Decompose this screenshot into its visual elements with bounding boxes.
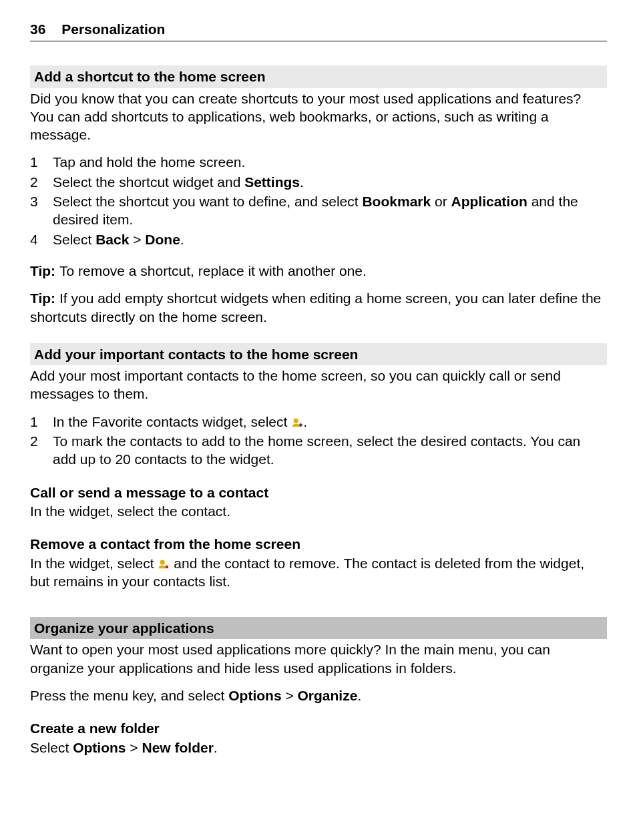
step-item: To mark the contacts to add to the home … <box>30 432 607 469</box>
step-item: Select the shortcut widget and Settings. <box>30 173 607 191</box>
steps-list: Tap and hold the home screen. Select the… <box>30 153 607 248</box>
step-item: Select the shortcut you want to define, … <box>30 192 607 229</box>
body-text: In the widget, select the contact. <box>30 502 607 520</box>
person-add-icon <box>291 416 303 428</box>
section-title-organize-apps: Organize your applications <box>30 617 607 639</box>
page-number: 36 <box>30 21 45 37</box>
step-item: In the Favorite contacts widget, select … <box>30 413 607 431</box>
tip-paragraph: Tip: To remove a shortcut, replace it wi… <box>30 262 607 280</box>
tip-paragraph: Tip: If you add empty shortcut widgets w… <box>30 289 607 326</box>
step-item: Tap and hold the home screen. <box>30 153 607 171</box>
body-text: In the widget, select and the contact to… <box>30 554 607 591</box>
body-text: Press the menu key, and select Options >… <box>30 686 607 704</box>
person-remove-icon <box>158 558 170 570</box>
section-title-add-contacts: Add your important contacts to the home … <box>30 343 607 365</box>
page-header: 36 Personalization <box>30 20 607 41</box>
body-text: Want to open your most used applications… <box>30 640 607 677</box>
step-item: Select Back > Done. <box>30 230 607 248</box>
chapter-title: Personalization <box>61 21 165 37</box>
steps-list: In the Favorite contacts widget, select … <box>30 413 607 469</box>
body-text: Select Options > New folder. <box>30 739 607 757</box>
body-text: Did you know that you can create shortcu… <box>30 89 607 144</box>
subheading-call-send: Call or send a message to a contact <box>30 483 607 501</box>
section-title-add-shortcut: Add a shortcut to the home screen <box>30 65 607 87</box>
subheading-create-folder: Create a new folder <box>30 719 607 737</box>
subheading-remove-contact: Remove a contact from the home screen <box>30 535 607 553</box>
body-text: Add your most important contacts to the … <box>30 367 607 403</box>
